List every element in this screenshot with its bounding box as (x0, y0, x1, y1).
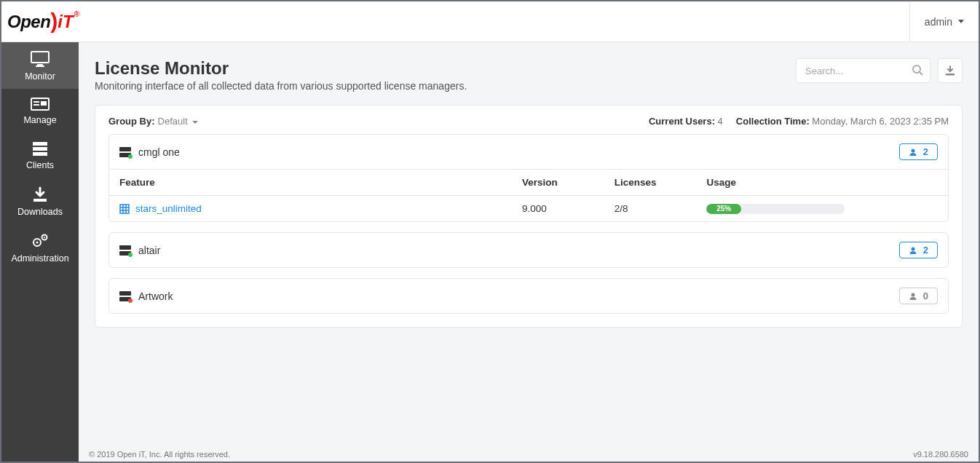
col-licenses: Licenses (604, 170, 697, 196)
svg-rect-19 (120, 205, 129, 213)
chevron-down-icon (192, 121, 198, 124)
logo-paren-icon: ) (50, 9, 58, 33)
sidebar-item-label: Clients (26, 160, 54, 170)
clients-icon (31, 141, 49, 156)
user-count-value: 2 (923, 245, 928, 256)
monitor-icon (30, 51, 50, 67)
topbar: Open ) iT ® admin (1, 1, 979, 42)
svg-point-14 (44, 237, 45, 238)
sidebar-item-administration[interactable]: Administration (1, 224, 79, 271)
user-menu-label: admin (925, 16, 952, 28)
user-icon (909, 292, 917, 301)
logo-registered-icon: ® (74, 10, 79, 18)
groupby-value: Default (158, 116, 188, 127)
sidebar-item-label: Downloads (17, 207, 63, 217)
panel-top: Group By: Default Current Users: 4 Colle… (108, 116, 949, 127)
search-icon (912, 64, 923, 78)
collection-time-label: Collection Time: (736, 116, 810, 127)
server-group-name: cmgl one (138, 146, 180, 158)
page-subtitle: Monitoring interface of all collected da… (95, 80, 467, 92)
server-group-header[interactable]: altair 2 (109, 233, 948, 267)
search-input[interactable] (796, 58, 930, 83)
download-icon (945, 66, 955, 76)
footer-copyright: © 2019 Open iT, Inc. All rights reserved… (89, 450, 230, 459)
license-panel: Group By: Default Current Users: 4 Colle… (95, 105, 963, 328)
user-icon (909, 148, 917, 157)
current-users: Current Users: 4 (649, 116, 723, 127)
collection-time-value: Monday, March 6, 2023 2:35 PM (812, 116, 949, 127)
svg-line-16 (920, 72, 922, 75)
user-count-badge[interactable]: 2 (899, 242, 938, 258)
logo: Open ) iT ® (7, 9, 79, 34)
current-users-value: 4 (718, 116, 723, 127)
logo-it: iT (58, 12, 73, 32)
server-icon (119, 147, 131, 157)
svg-point-18 (911, 149, 914, 152)
footer: © 2019 Open iT, Inc. All rights reserved… (79, 447, 979, 462)
server-group-name: Artwork (138, 290, 173, 302)
collection-time: Collection Time: Monday, March 6, 2023 2… (736, 116, 949, 127)
manage-icon (31, 98, 50, 111)
server-group-header[interactable]: cmgl one 2 (109, 135, 948, 169)
server-icon (119, 291, 131, 301)
sidebar-item-monitor[interactable]: Monitor (1, 42, 79, 89)
svg-rect-0 (31, 52, 49, 63)
svg-rect-1 (37, 64, 43, 66)
svg-point-15 (913, 66, 920, 73)
svg-point-25 (911, 293, 914, 296)
svg-point-24 (911, 247, 914, 250)
svg-rect-6 (41, 101, 47, 106)
user-count-badge[interactable]: 2 (899, 143, 938, 160)
server-group: cmgl one 2 Feature Version Licenses Usag… (108, 134, 949, 222)
svg-rect-2 (36, 66, 44, 67)
col-usage: Usage (696, 170, 948, 196)
svg-rect-7 (33, 142, 47, 146)
usage-progress-fill: 25% (706, 204, 741, 214)
user-count-value: 2 (923, 146, 928, 157)
current-users-label: Current Users: (649, 116, 715, 127)
table-row: stars_unlimited 9.000 2/8 25% (109, 196, 948, 222)
sidebar-item-downloads[interactable]: Downloads (1, 178, 79, 224)
sidebar-item-label: Manage (23, 115, 56, 125)
grid-icon (119, 204, 130, 214)
user-count-badge[interactable]: 0 (899, 288, 938, 304)
groupby-selector[interactable]: Group By: Default (108, 116, 198, 127)
user-icon (909, 246, 917, 255)
svg-rect-4 (33, 101, 39, 103)
page-header: License Monitor Monitoring interface of … (95, 58, 963, 92)
logo-open: Open (7, 12, 50, 32)
sidebar-item-label: Monitor (25, 71, 55, 82)
server-group-header[interactable]: Artwork 0 (109, 279, 948, 313)
download-button[interactable] (938, 58, 963, 83)
sidebar-item-clients[interactable]: Clients (1, 132, 79, 178)
footer-version: v9.18.280.6580 (913, 450, 968, 459)
svg-rect-9 (33, 152, 47, 156)
server-icon (119, 245, 131, 256)
svg-rect-10 (33, 199, 47, 202)
col-version: Version (512, 170, 604, 196)
svg-rect-8 (33, 147, 47, 151)
features-table: Feature Version Licenses Usage stars_unl… (109, 169, 948, 221)
server-group: altair 2 (108, 232, 949, 268)
page-title: License Monitor (95, 58, 467, 79)
svg-point-12 (36, 242, 39, 244)
user-menu[interactable]: admin (909, 1, 979, 41)
svg-rect-17 (946, 74, 955, 76)
groupby-label: Group By: (108, 116, 155, 127)
user-count-value: 0 (923, 290, 928, 301)
gears-icon (31, 233, 50, 249)
svg-rect-5 (33, 104, 39, 106)
cell-licenses: 2/8 (604, 196, 697, 222)
cell-version: 9.000 (512, 196, 604, 222)
caret-down-icon (958, 20, 964, 23)
col-feature: Feature (109, 170, 512, 196)
download-icon (32, 186, 48, 202)
server-group-name: altair (138, 245, 160, 256)
server-group: Artwork 0 (108, 278, 949, 314)
feature-link[interactable]: stars_unlimited (135, 203, 202, 214)
main: License Monitor Monitoring interface of … (79, 42, 979, 447)
sidebar-item-manage[interactable]: Manage (1, 89, 79, 132)
sidebar: Monitor Manage Clients Downloads Adminis… (1, 42, 79, 462)
sidebar-item-label: Administration (11, 253, 68, 264)
usage-progress: 25% (706, 204, 845, 214)
